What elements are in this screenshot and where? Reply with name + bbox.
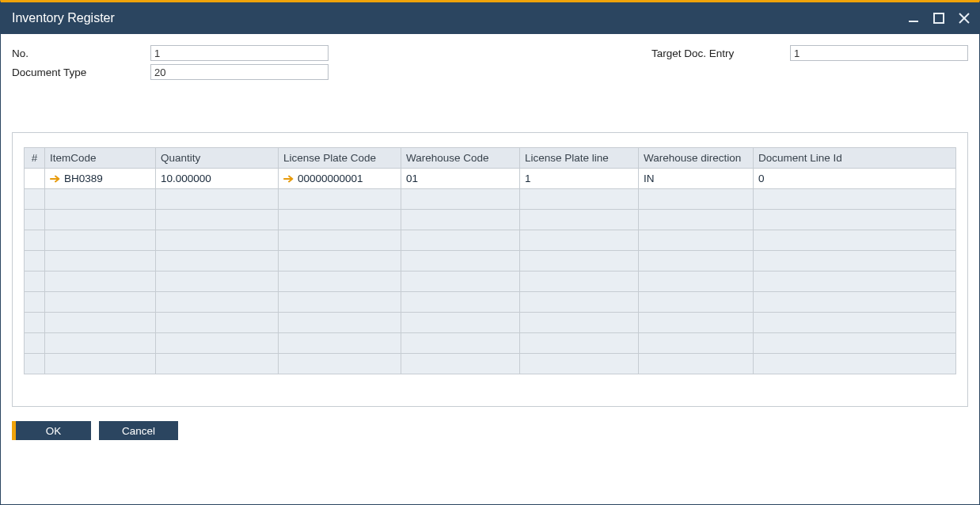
- cell-empty[interactable]: [45, 313, 156, 333]
- cell-empty[interactable]: [520, 230, 639, 251]
- cell-empty[interactable]: [156, 189, 279, 210]
- table-row-empty[interactable]: [25, 313, 956, 333]
- cell-empty[interactable]: [156, 271, 279, 292]
- cell-empty[interactable]: [520, 333, 639, 354]
- cell-empty[interactable]: [45, 230, 156, 251]
- field-target-doc-entry-input[interactable]: [790, 45, 968, 61]
- close-button[interactable]: [957, 11, 971, 25]
- cell-warehouse-direction[interactable]: IN: [639, 169, 754, 189]
- cell-empty[interactable]: [754, 271, 956, 292]
- cell-empty[interactable]: [520, 292, 639, 313]
- cell-empty[interactable]: [754, 313, 956, 333]
- cell-empty[interactable]: [45, 354, 156, 374]
- cell-empty[interactable]: [279, 292, 401, 313]
- col-header-license-plate-line[interactable]: License Plate line: [520, 148, 639, 169]
- col-header-document-line-id[interactable]: Document Line Id: [754, 148, 956, 169]
- cell-empty[interactable]: [639, 189, 754, 210]
- cell-empty[interactable]: [754, 292, 956, 313]
- table-row-empty[interactable]: [25, 292, 956, 313]
- cell-empty[interactable]: [520, 354, 639, 374]
- col-header-warehouse-direction[interactable]: Warehouse direction: [639, 148, 754, 169]
- cell-empty[interactable]: [25, 251, 45, 271]
- cell-empty[interactable]: [156, 313, 279, 333]
- cell-empty[interactable]: [156, 251, 279, 271]
- cell-itemcode[interactable]: BH0389: [45, 169, 156, 189]
- cell-empty[interactable]: [279, 189, 401, 210]
- col-header-warehouse-code[interactable]: Warehouse Code: [401, 148, 520, 169]
- cell-empty[interactable]: [45, 251, 156, 271]
- cell-empty[interactable]: [45, 292, 156, 313]
- cell-empty[interactable]: [639, 210, 754, 230]
- cell-empty[interactable]: [279, 333, 401, 354]
- cell-document-line-id[interactable]: 0: [754, 169, 956, 189]
- cancel-button[interactable]: Cancel: [99, 421, 178, 440]
- table-row-empty[interactable]: [25, 189, 956, 210]
- cell-empty[interactable]: [25, 210, 45, 230]
- inventory-grid[interactable]: # ItemCode Quantity License Plate Code W…: [24, 147, 956, 374]
- cell-empty[interactable]: [156, 210, 279, 230]
- cell-empty[interactable]: [401, 210, 520, 230]
- cell-empty[interactable]: [279, 251, 401, 271]
- cell-empty[interactable]: [45, 271, 156, 292]
- cell-empty[interactable]: [401, 189, 520, 210]
- cell-empty[interactable]: [639, 292, 754, 313]
- cell-empty[interactable]: [45, 189, 156, 210]
- cell-empty[interactable]: [156, 230, 279, 251]
- cell-empty[interactable]: [25, 333, 45, 354]
- cell-warehouse-code[interactable]: 01: [401, 169, 520, 189]
- table-row-empty[interactable]: [25, 271, 956, 292]
- cell-empty[interactable]: [401, 251, 520, 271]
- field-document-type-input[interactable]: [150, 64, 329, 80]
- table-row-empty[interactable]: [25, 333, 956, 354]
- cell-empty[interactable]: [25, 189, 45, 210]
- cell-empty[interactable]: [639, 230, 754, 251]
- cell-empty[interactable]: [754, 251, 956, 271]
- cell-empty[interactable]: [45, 210, 156, 230]
- cell-empty[interactable]: [401, 313, 520, 333]
- cell-license-plate-code[interactable]: 00000000001: [279, 169, 401, 189]
- cell-empty[interactable]: [156, 354, 279, 374]
- cell-empty[interactable]: [156, 292, 279, 313]
- table-row-empty[interactable]: [25, 210, 956, 230]
- cell-empty[interactable]: [520, 313, 639, 333]
- cell-empty[interactable]: [25, 292, 45, 313]
- cell-empty[interactable]: [401, 230, 520, 251]
- table-row-empty[interactable]: [25, 251, 956, 271]
- cell-empty[interactable]: [401, 354, 520, 374]
- cell-empty[interactable]: [156, 333, 279, 354]
- minimize-button[interactable]: [906, 11, 921, 25]
- cell-empty[interactable]: [639, 271, 754, 292]
- table-row-empty[interactable]: [25, 230, 956, 251]
- cell-empty[interactable]: [25, 313, 45, 333]
- col-header-license-plate-code[interactable]: License Plate Code: [279, 148, 401, 169]
- cell-empty[interactable]: [639, 354, 754, 374]
- cell-empty[interactable]: [45, 333, 156, 354]
- cell-quantity[interactable]: 10.000000: [156, 169, 279, 189]
- field-no-input[interactable]: [150, 45, 329, 61]
- cell-empty[interactable]: [639, 313, 754, 333]
- cell-empty[interactable]: [520, 210, 639, 230]
- cell-empty[interactable]: [279, 210, 401, 230]
- cell-empty[interactable]: [25, 354, 45, 374]
- cell-empty[interactable]: [754, 230, 956, 251]
- cell-license-plate-line[interactable]: 1: [520, 169, 639, 189]
- cell-empty[interactable]: [401, 271, 520, 292]
- cell-empty[interactable]: [279, 271, 401, 292]
- col-header-rownum[interactable]: #: [25, 148, 45, 169]
- cell-empty[interactable]: [639, 251, 754, 271]
- cell-empty[interactable]: [520, 271, 639, 292]
- cell-empty[interactable]: [520, 251, 639, 271]
- cell-empty[interactable]: [639, 333, 754, 354]
- cell-empty[interactable]: [25, 271, 45, 292]
- col-header-itemcode[interactable]: ItemCode: [45, 148, 156, 169]
- col-header-quantity[interactable]: Quantity: [156, 148, 279, 169]
- cell-empty[interactable]: [754, 210, 956, 230]
- cell-empty[interactable]: [520, 189, 639, 210]
- ok-button[interactable]: OK: [12, 421, 91, 440]
- cell-empty[interactable]: [754, 354, 956, 374]
- cell-empty[interactable]: [279, 230, 401, 251]
- cell-rownum[interactable]: [25, 169, 45, 189]
- cell-empty[interactable]: [279, 313, 401, 333]
- cell-empty[interactable]: [401, 333, 520, 354]
- cell-empty[interactable]: [279, 354, 401, 374]
